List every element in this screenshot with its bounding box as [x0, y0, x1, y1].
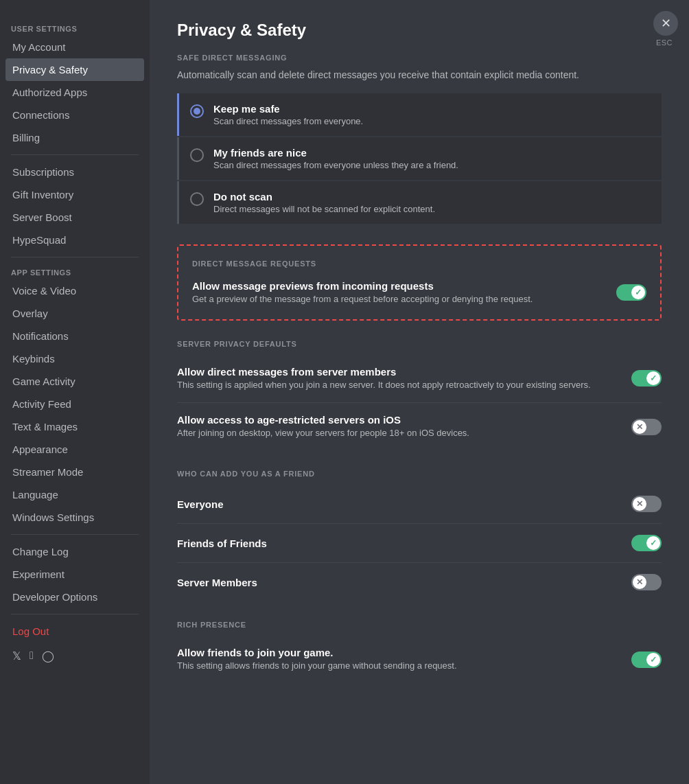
- sidebar-divider-1: [11, 154, 139, 155]
- user-settings-label: User Settings: [5, 19, 144, 36]
- allow-dm-server-content: Allow direct messages from server member…: [177, 366, 631, 391]
- allow-friends-join-knob: ✓: [646, 653, 660, 667]
- friends-of-friends-toggle[interactable]: ✓: [631, 535, 662, 551]
- friends-of-friends-row: Friends of Friends ✓: [177, 524, 662, 563]
- radio-circle-friends-nice: [190, 148, 204, 162]
- facebook-icon[interactable]: 𝕉: [30, 649, 34, 662]
- allow-age-restricted-icon: ✕: [636, 422, 643, 432]
- dm-requests-box: Direct Message Requests Allow message pr…: [177, 244, 662, 321]
- main-content: ✕ ESC Privacy & Safety Safe Direct Messa…: [150, 0, 689, 784]
- radio-do-not-scan-text: Do not scan Direct messages will not be …: [213, 191, 435, 214]
- safe-dm-desc: Automatically scan and delete direct mes…: [177, 69, 662, 82]
- sidebar-divider-4: [11, 614, 139, 614]
- allow-friends-join-icon: ✓: [650, 655, 657, 665]
- allow-age-restricted-knob: ✕: [633, 420, 646, 434]
- everyone-row: Everyone ✕: [177, 485, 662, 524]
- sidebar-item-logout[interactable]: Log Out: [5, 620, 144, 643]
- dm-requests-toggle-icon: ✓: [635, 288, 642, 297]
- sidebar-item-developer-options[interactable]: Developer Options: [5, 586, 144, 608]
- radio-group: Keep me safe Scan direct messages from e…: [177, 93, 662, 225]
- radio-do-not-scan-desc: Direct messages will not be scanned for …: [213, 204, 435, 214]
- allow-age-restricted-desc: After joining on desktop, view your serv…: [177, 427, 618, 439]
- sidebar: User Settings My Account Privacy & Safet…: [0, 0, 150, 784]
- server-members-toggle[interactable]: ✕: [631, 574, 662, 590]
- radio-keep-safe-text: Keep me safe Scan direct messages from e…: [213, 103, 363, 126]
- allow-dm-server-icon: ✓: [650, 373, 657, 383]
- sidebar-item-windows-settings[interactable]: Windows Settings: [5, 506, 144, 529]
- sidebar-item-game-activity[interactable]: Game Activity: [5, 370, 144, 393]
- sidebar-item-server-boost[interactable]: Server Boost: [5, 206, 144, 229]
- sidebar-item-change-log[interactable]: Change Log: [5, 540, 144, 563]
- close-button[interactable]: ✕: [653, 11, 678, 36]
- friends-of-friends-knob: ✓: [646, 536, 660, 550]
- sidebar-divider-3: [11, 534, 139, 535]
- sidebar-item-appearance[interactable]: Appearance: [5, 438, 144, 461]
- radio-friends-nice-title: My friends are nice: [213, 147, 458, 159]
- sidebar-item-language[interactable]: Language: [5, 483, 144, 506]
- sidebar-item-streamer-mode[interactable]: Streamer Mode: [5, 461, 144, 483]
- sidebar-item-subscriptions[interactable]: Subscriptions: [5, 161, 144, 183]
- radio-keep-safe-desc: Scan direct messages from everyone.: [213, 116, 363, 126]
- allow-age-restricted-toggle[interactable]: ✕: [631, 419, 662, 435]
- radio-friends-nice-desc: Scan direct messages from everyone unles…: [213, 160, 458, 170]
- sidebar-item-voice-video[interactable]: Voice & Video: [5, 279, 144, 302]
- sidebar-item-overlay[interactable]: Overlay: [5, 302, 144, 325]
- everyone-toggle[interactable]: ✕: [631, 496, 662, 512]
- everyone-title: Everyone: [177, 498, 224, 510]
- dm-requests-toggle-row: Allow message previews from incoming req…: [192, 275, 646, 308]
- allow-dm-server-knob: ✓: [646, 371, 660, 385]
- allow-friends-join-toggle[interactable]: ✓: [631, 652, 662, 668]
- who-can-add-section: Who Can Add You As A Friend Everyone ✕ F…: [177, 470, 662, 601]
- sidebar-item-experiment[interactable]: Experiment: [5, 563, 144, 586]
- radio-circle-keep-safe: [190, 104, 204, 118]
- sidebar-divider-2: [11, 257, 139, 257]
- instagram-icon[interactable]: ◯: [42, 649, 54, 662]
- server-privacy-section: Server Privacy Defaults Allow direct mes…: [177, 340, 662, 450]
- sidebar-item-privacy-safety[interactable]: Privacy & Safety: [5, 58, 144, 81]
- allow-friends-join-desc: This setting allows friends to join your…: [177, 660, 618, 672]
- dm-requests-desc: Get a preview of the message from a requ…: [192, 293, 603, 305]
- radio-circle-do-not-scan: [190, 192, 204, 206]
- sidebar-item-hypesquad[interactable]: HypeSquad: [5, 229, 144, 251]
- allow-friends-join-row: Allow friends to join your game. This se…: [177, 636, 662, 683]
- dm-requests-toggle-knob: ✓: [631, 286, 645, 299]
- allow-dm-server-desc: This setting is applied when you join a …: [177, 379, 618, 391]
- sidebar-item-authorized-apps[interactable]: Authorized Apps: [5, 81, 144, 104]
- rich-presence-label: Rich Presence: [177, 621, 662, 629]
- sidebar-item-activity-feed[interactable]: Activity Feed: [5, 393, 144, 415]
- dm-requests-label: Direct Message Requests: [192, 260, 646, 268]
- sidebar-item-notifications[interactable]: Notifications: [5, 325, 144, 347]
- sidebar-item-text-images[interactable]: Text & Images: [5, 415, 144, 438]
- allow-friends-join-title: Allow friends to join your game.: [177, 647, 618, 658]
- sidebar-item-gift-inventory[interactable]: Gift Inventory: [5, 183, 144, 206]
- server-members-icon: ✕: [636, 577, 643, 587]
- allow-age-restricted-content: Allow access to age-restricted servers o…: [177, 414, 631, 439]
- friends-of-friends-icon: ✓: [650, 538, 657, 548]
- everyone-knob: ✕: [633, 497, 646, 511]
- server-members-title: Server Members: [177, 577, 257, 588]
- radio-friends-nice[interactable]: My friends are nice Scan direct messages…: [177, 137, 662, 180]
- allow-friends-join-content: Allow friends to join your game. This se…: [177, 647, 631, 672]
- radio-do-not-scan-title: Do not scan: [213, 191, 435, 203]
- allow-dm-server-row: Allow direct messages from server member…: [177, 355, 662, 403]
- rich-presence-section: Rich Presence Allow friends to join your…: [177, 621, 662, 683]
- sidebar-item-my-account[interactable]: My Account: [5, 36, 144, 58]
- radio-keep-safe-title: Keep me safe: [213, 103, 363, 115]
- close-esc-label: ESC: [656, 38, 673, 47]
- server-privacy-label: Server Privacy Defaults: [177, 340, 662, 348]
- radio-do-not-scan[interactable]: Do not scan Direct messages will not be …: [177, 181, 662, 224]
- radio-keep-safe[interactable]: Keep me safe Scan direct messages from e…: [177, 93, 662, 136]
- dm-requests-title: Allow message previews from incoming req…: [192, 280, 603, 292]
- dm-requests-content: Allow message previews from incoming req…: [192, 280, 616, 305]
- everyone-icon: ✕: [636, 499, 643, 509]
- page-title: Privacy & Safety: [177, 21, 662, 40]
- allow-age-restricted-row: Allow access to age-restricted servers o…: [177, 403, 662, 450]
- sidebar-item-billing[interactable]: Billing: [5, 126, 144, 149]
- twitter-icon[interactable]: 𝕏: [12, 649, 21, 662]
- sidebar-item-connections[interactable]: Connections: [5, 104, 144, 126]
- app-settings-label: App Settings: [5, 263, 144, 279]
- dm-requests-toggle[interactable]: ✓: [616, 284, 646, 301]
- sidebar-item-keybinds[interactable]: Keybinds: [5, 347, 144, 370]
- allow-dm-server-toggle[interactable]: ✓: [631, 370, 662, 387]
- social-icons: 𝕏 𝕉 ◯: [5, 643, 144, 662]
